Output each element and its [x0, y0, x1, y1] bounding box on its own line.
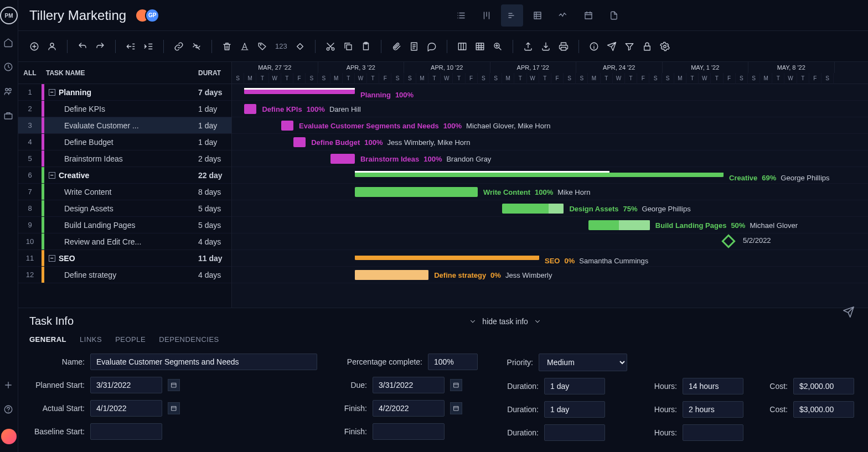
- pct-input[interactable]: [428, 354, 478, 370]
- task-row[interactable]: 11−SEO11 day: [18, 250, 231, 267]
- finish-input[interactable]: [373, 400, 445, 417]
- gantt-row[interactable]: Build Landing Pages50%Michael Glover: [232, 217, 868, 233]
- paste-icon[interactable]: [361, 41, 371, 51]
- task-row[interactable]: 9Build Landing Pages5 days: [18, 217, 231, 233]
- gantt-chart[interactable]: MAR, 27 '22APR, 3 '22APR, 10 '22APR, 17 …: [232, 62, 868, 308]
- hours3-input[interactable]: [683, 424, 743, 441]
- font-icon[interactable]: [240, 41, 250, 51]
- calendar-icon[interactable]: [450, 402, 462, 414]
- zoom-icon[interactable]: [493, 41, 503, 51]
- help-icon[interactable]: [3, 404, 14, 415]
- duration3-input[interactable]: [544, 424, 605, 441]
- col-dur[interactable]: DURAT: [198, 69, 231, 77]
- lock-icon[interactable]: [642, 41, 652, 51]
- team-icon[interactable]: [3, 86, 14, 97]
- briefcase-icon[interactable]: [3, 111, 14, 122]
- tab-people[interactable]: PEOPLE: [115, 335, 146, 344]
- sheet-view-icon[interactable]: [526, 4, 549, 27]
- member-avatars[interactable]: GP: [135, 8, 159, 23]
- task-row[interactable]: 1−Planning7 days: [18, 84, 231, 101]
- duration-input[interactable]: [544, 378, 605, 394]
- milestone-icon[interactable]: [295, 41, 305, 51]
- cut-icon[interactable]: [326, 41, 335, 51]
- filter-icon[interactable]: [624, 41, 634, 51]
- send-task-icon[interactable]: [843, 306, 855, 320]
- cost-input[interactable]: [793, 378, 854, 394]
- task-row[interactable]: 2Define KPIs1 day: [18, 101, 231, 117]
- tab-dependencies[interactable]: DEPENDENCIES: [159, 335, 219, 344]
- task-row[interactable]: 7Write Content8 days: [18, 184, 231, 200]
- due-input[interactable]: [373, 377, 445, 393]
- import-icon[interactable]: [541, 41, 551, 51]
- settings-icon[interactable]: [660, 41, 670, 51]
- workload-view-icon[interactable]: [552, 4, 574, 27]
- calendar-icon[interactable]: [168, 379, 180, 391]
- gantt-row[interactable]: 5/2/2022: [232, 233, 868, 250]
- grid-icon[interactable]: [475, 41, 485, 51]
- tab-links[interactable]: LINKS: [80, 335, 102, 344]
- gantt-row[interactable]: Planning100%: [232, 84, 868, 101]
- task-row[interactable]: 12Define strategy4 days: [18, 267, 231, 283]
- add-icon[interactable]: [3, 380, 14, 391]
- avatar-2[interactable]: GP: [145, 8, 159, 23]
- baseline-start-input[interactable]: [90, 423, 162, 440]
- comment-icon[interactable]: [427, 41, 437, 51]
- calendar-icon[interactable]: [168, 402, 180, 414]
- link-icon[interactable]: [174, 41, 184, 51]
- task-row[interactable]: 8Design Assets5 days: [18, 200, 231, 217]
- calendar-icon[interactable]: [450, 379, 462, 391]
- task-row[interactable]: 10Review and Edit Cre...4 days: [18, 233, 231, 250]
- cost2-input[interactable]: [793, 401, 854, 418]
- files-view-icon[interactable]: [603, 4, 625, 27]
- export-icon[interactable]: [523, 41, 533, 51]
- list-view-icon[interactable]: [450, 4, 472, 27]
- task-row[interactable]: 5Brainstorm Ideas2 days: [18, 150, 231, 167]
- actual-start-input[interactable]: [90, 400, 162, 417]
- duration2-input[interactable]: [544, 401, 605, 418]
- redo-icon[interactable]: [95, 41, 105, 51]
- task-row[interactable]: 6−Creative22 day: [18, 167, 231, 184]
- hide-task-info[interactable]: hide task info: [469, 316, 541, 326]
- gantt-row[interactable]: Creative69%George Phillips: [232, 167, 868, 184]
- calendar-view-icon[interactable]: [577, 4, 600, 27]
- col-name[interactable]: TASK NAME: [42, 69, 198, 77]
- columns-icon[interactable]: [457, 41, 467, 51]
- planned-start-input[interactable]: [90, 377, 162, 393]
- gantt-view-icon[interactable]: [501, 4, 523, 27]
- hours-input[interactable]: [683, 378, 743, 394]
- priority-select[interactable]: Medium: [539, 354, 627, 371]
- send-icon[interactable]: [607, 41, 617, 51]
- note-icon[interactable]: [409, 41, 419, 51]
- baseline-finish-input[interactable]: [373, 423, 445, 440]
- unlink-icon[interactable]: [192, 41, 202, 51]
- undo-icon[interactable]: [78, 41, 87, 51]
- gantt-row[interactable]: Define Budget100%Jess Wimberly, Mike Hor…: [232, 134, 868, 150]
- task-row[interactable]: 4Define Budget1 day: [18, 134, 231, 150]
- print-icon[interactable]: [559, 41, 569, 51]
- outdent-icon[interactable]: [126, 41, 136, 51]
- gantt-row[interactable]: Evaluate Customer Segments and Needs100%…: [232, 117, 868, 134]
- app-logo[interactable]: PM: [0, 7, 18, 24]
- attach-icon[interactable]: [391, 41, 401, 51]
- indent-icon[interactable]: [143, 41, 153, 51]
- col-all[interactable]: ALL: [18, 69, 42, 77]
- assign-icon[interactable]: [47, 41, 57, 51]
- user-avatar[interactable]: [1, 429, 17, 444]
- gantt-row[interactable]: SEO0%Samantha Cummings: [232, 250, 868, 267]
- add-task-icon[interactable]: [29, 41, 39, 51]
- gantt-row[interactable]: Write Content100%Mike Horn: [232, 184, 868, 200]
- task-row[interactable]: 3Evaluate Customer ...1 day: [18, 117, 231, 134]
- tab-general[interactable]: GENERAL: [29, 335, 66, 344]
- hours2-input[interactable]: [683, 401, 743, 418]
- task-name-input[interactable]: [90, 354, 317, 370]
- home-icon[interactable]: [3, 38, 14, 49]
- gantt-row[interactable]: Define KPIs100%Daren Hill: [232, 101, 868, 117]
- tag-icon[interactable]: [257, 41, 267, 51]
- gantt-row[interactable]: Brainstorm Ideas100%Brandon Gray: [232, 150, 868, 167]
- copy-icon[interactable]: [343, 41, 353, 51]
- gantt-row[interactable]: Define strategy0%Jess Wimberly: [232, 267, 868, 283]
- progress-number[interactable]: 123: [275, 42, 287, 50]
- clock-icon[interactable]: [3, 62, 14, 73]
- info-icon[interactable]: [589, 41, 599, 51]
- delete-icon[interactable]: [222, 41, 232, 51]
